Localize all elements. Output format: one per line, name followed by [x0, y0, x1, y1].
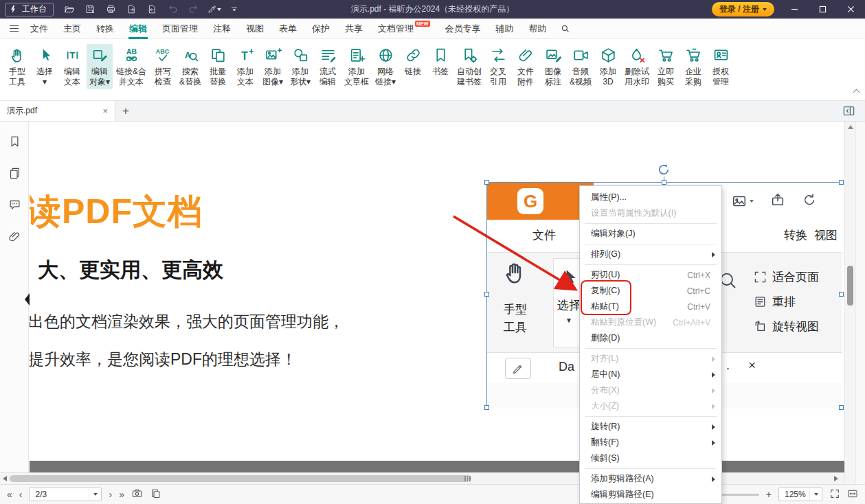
menu-tab-form[interactable]: 表单: [271, 19, 304, 39]
ribbon-flow-edit[interactable]: 流式 编辑: [315, 44, 341, 89]
selection-handle-bottom-right[interactable]: [839, 405, 844, 410]
ribbon-spell-check[interactable]: ABC拼写 检查: [150, 44, 176, 89]
ribbon-link[interactable]: 链接: [400, 44, 426, 79]
ctx-item-set-default-properties[interactable]: 设置当前属性为默认(I): [580, 205, 721, 221]
undo-icon[interactable]: [165, 3, 180, 16]
document-tab[interactable]: 演示.pdf ×: [0, 101, 115, 121]
redo-icon[interactable]: [186, 3, 201, 16]
page-dropdown-caret[interactable]: [89, 488, 101, 501]
ribbon-license-management[interactable]: 授权 管理: [708, 44, 734, 89]
menu-tab-doc-manage[interactable]: 文档管理NEW: [370, 19, 438, 39]
ribbon-add-shape[interactable]: 添加 形状▾: [287, 44, 313, 89]
tab-close-icon[interactable]: ×: [102, 106, 108, 116]
menu-tab-page-manage[interactable]: 页面管理: [155, 19, 205, 39]
ribbon-hand-tool[interactable]: 手型 工具: [4, 44, 30, 89]
maximize-button[interactable]: [809, 0, 837, 19]
selection-handle-bottom-left[interactable]: [484, 405, 489, 410]
ribbon-audio-video[interactable]: 音频 &视频: [568, 44, 594, 89]
scroll-right-arrow-icon[interactable]: [834, 476, 838, 481]
ctx-item-size[interactable]: 大小(Z): [580, 398, 721, 414]
zoom-in-button[interactable]: +: [766, 489, 772, 500]
vertical-scrollbar[interactable]: [844, 122, 855, 484]
fit-screen-icon[interactable]: [829, 488, 840, 501]
ctx-item-edit-clip-path[interactable]: 编辑剪辑路径(E): [580, 487, 721, 503]
selection-handle-top-right[interactable]: [839, 180, 844, 185]
first-page-button[interactable]: «: [7, 489, 12, 500]
clipboard-icon[interactable]: [150, 488, 161, 501]
zoom-dropdown-caret[interactable]: [809, 488, 822, 501]
menu-tab-convert[interactable]: 转换: [89, 19, 122, 39]
ribbon-select[interactable]: 选择 ▾: [32, 44, 58, 89]
fit-width-icon[interactable]: [847, 488, 858, 501]
customize-toolbar-icon[interactable]: [227, 3, 242, 16]
ribbon-cross-reference[interactable]: 交叉 引用: [485, 44, 511, 89]
convert-pdf-icon[interactable]: [144, 3, 159, 16]
scroll-left-arrow-icon[interactable]: [3, 476, 7, 481]
create-pdf-icon[interactable]: [124, 3, 139, 16]
ribbon-add-text[interactable]: T添加 文本: [232, 44, 258, 89]
collapse-sidebar-arrow-icon[interactable]: [25, 293, 30, 306]
comments-panel-button[interactable]: [0, 196, 29, 214]
ribbon-buy-now[interactable]: 立即 购买: [653, 44, 679, 89]
ctx-item-rotate[interactable]: 旋转(R): [580, 419, 721, 435]
ctx-item-align[interactable]: 对齐(L): [580, 351, 721, 367]
horizontal-scrollbar-thumb[interactable]: [10, 475, 471, 482]
close-button[interactable]: [837, 0, 865, 19]
page-number-dropdown[interactable]: 2/3: [29, 488, 102, 501]
menu-tab-comment[interactable]: 注释: [205, 19, 238, 39]
workspace-button[interactable]: 工作台: [5, 3, 54, 16]
ctx-item-distribute[interactable]: 分布(X): [580, 382, 721, 398]
ctx-item-paste-in-place[interactable]: 粘贴到原位置(W)Ctrl+Alt+V: [580, 314, 721, 330]
zoom-level-dropdown[interactable]: 125%: [778, 488, 822, 501]
ctx-item-edit-object[interactable]: 编辑对象(J): [580, 226, 721, 242]
menu-tab-share[interactable]: 共享: [337, 19, 370, 39]
menu-tab-file[interactable]: 文件: [23, 19, 56, 39]
ctx-item-shear[interactable]: 倾斜(S): [580, 450, 721, 466]
ribbon-add-3d[interactable]: 添加 3D: [595, 44, 621, 89]
ctx-item-center[interactable]: 居中(N): [580, 367, 721, 382]
login-register-button[interactable]: 登录 / 注册: [712, 2, 774, 16]
highlighter-tool-icon[interactable]: [206, 3, 221, 16]
menu-tab-accessibility[interactable]: 辅助: [488, 19, 521, 39]
next-page-button[interactable]: ›: [109, 489, 112, 500]
new-tab-button[interactable]: +: [115, 101, 136, 121]
ribbon-auto-bookmark[interactable]: 自动创 建书签: [455, 44, 484, 89]
selection-handle-mid-right[interactable]: [839, 292, 844, 297]
ribbon-batch-replace[interactable]: 批量 替换: [205, 44, 231, 89]
vertical-scrollbar-thumb[interactable]: [847, 266, 853, 306]
menu-tab-view[interactable]: 视图: [238, 19, 271, 39]
pages-panel-button[interactable]: [0, 164, 29, 182]
last-page-button[interactable]: »: [119, 489, 124, 500]
ribbon-web-link[interactable]: 网络 链接▾: [372, 44, 398, 89]
ribbon-edit-object[interactable]: 编辑 对象▾: [87, 44, 113, 89]
ribbon-link-merge-text[interactable]: AB链接&合 并文本: [114, 44, 148, 89]
scroll-up-arrow-icon[interactable]: [848, 125, 853, 129]
ribbon-enterprise-purchase[interactable]: 企业 采购: [680, 44, 706, 89]
attachments-panel-button[interactable]: [0, 227, 29, 245]
ribbon-remove-trial-watermark[interactable]: 删除试 用水印: [622, 44, 651, 89]
menu-tab-member[interactable]: 会员专享: [438, 19, 488, 39]
collapse-ribbon-icon[interactable]: [853, 89, 860, 96]
menu-tab-edit[interactable]: 编辑: [122, 19, 155, 39]
ctx-item-properties[interactable]: 属性(P)...: [580, 190, 721, 205]
ctx-item-delete[interactable]: 删除(D): [580, 330, 721, 346]
ribbon-add-image[interactable]: 添加 图像▾: [260, 44, 286, 89]
panel-toggle-icon[interactable]: [842, 104, 855, 120]
rotation-handle-icon[interactable]: [658, 163, 670, 179]
menu-tab-protect[interactable]: 保护: [304, 19, 337, 39]
ctx-item-arrange[interactable]: 排列(G): [580, 247, 721, 262]
ribbon-search-replace[interactable]: A搜索 &替换: [177, 44, 203, 89]
open-file-icon[interactable]: [62, 3, 77, 16]
print-icon[interactable]: [103, 3, 118, 16]
hamburger-icon[interactable]: [10, 25, 19, 32]
menu-tab-help[interactable]: 帮助: [521, 19, 554, 39]
previous-page-button[interactable]: ‹: [19, 489, 23, 500]
selection-handle-top-left[interactable]: [484, 180, 489, 185]
search-icon[interactable]: [560, 23, 570, 34]
snapshot-icon[interactable]: [131, 488, 143, 501]
selection-handle-top-center[interactable]: [662, 180, 666, 185]
ribbon-file-attachment[interactable]: 文件 附件: [513, 44, 539, 89]
ribbon-add-article-box[interactable]: 添加 文章框: [342, 44, 371, 89]
minimize-button[interactable]: [780, 0, 809, 19]
menu-tab-home[interactable]: 主页: [56, 19, 89, 39]
